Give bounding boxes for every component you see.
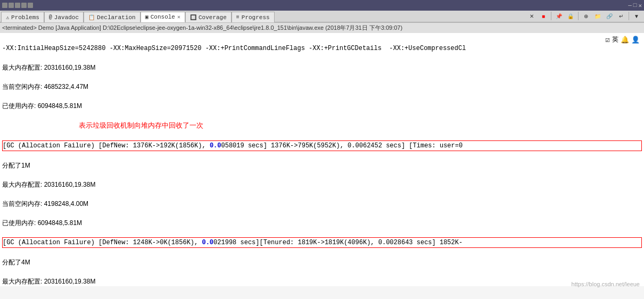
separator-1 — [551, 12, 551, 20]
coverage-icon: 🔲 — [190, 14, 196, 21]
main-container: — □ ✕ ⚠ Problems @ Javadoc 📋 Declaration… — [0, 0, 644, 299]
console-line-1: -XX:InitialHeapSize=5242880 -XX:MaxHeapS… — [2, 44, 642, 53]
title-icon-5 — [28, 3, 33, 8]
tab-problems[interactable]: ⚠ Problems — [1, 12, 44, 22]
annotation-text-1: 表示垃圾回收机制向堆内存中回收了一次 — [79, 121, 203, 129]
declaration-icon: 📋 — [88, 14, 95, 21]
progress-icon: ≡ — [236, 14, 240, 20]
problems-icon: ⚠ — [6, 14, 9, 21]
gc-highlight-2: 0.0 — [202, 239, 213, 246]
tab-declaration-label: Declaration — [97, 14, 136, 21]
tab-declaration[interactable]: 📋 Declaration — [84, 12, 141, 22]
console-close-icon[interactable]: ✕ — [177, 14, 180, 20]
pin-button[interactable]: 📌 — [554, 11, 564, 21]
clear-console-button[interactable]: ✕ — [526, 11, 537, 21]
english-label[interactable]: 英 — [612, 35, 618, 44]
title-icon-1 — [2, 3, 7, 8]
console-annotation-1: 表示垃圾回收机制向堆内存中回收了一次 — [2, 120, 642, 131]
checkbox-overlay-icon[interactable]: ☑ — [606, 35, 610, 44]
title-icon-2 — [9, 3, 14, 8]
status-text: <terminated> Demo [Java Application] D:\… — [2, 24, 402, 32]
javadoc-icon: @ — [49, 14, 52, 20]
console-line-8: 已使用内存: 6094848,5.81M — [2, 218, 642, 228]
tab-console-label: Console — [151, 14, 175, 20]
word-wrap-button[interactable]: ↵ — [616, 11, 626, 21]
tab-bar: ⚠ Problems @ Javadoc 📋 Declaration ▣ Con… — [0, 11, 644, 22]
title-icon-3 — [15, 3, 20, 8]
console-area[interactable]: -XX:InitialHeapSize=5242880 -XX:MaxHeapS… — [0, 33, 644, 286]
console-line-2: 最大内存配置: 20316160,19.38M — [2, 63, 642, 72]
open-file-button[interactable]: 📁 — [592, 11, 603, 21]
tab-javadoc-label: Javadoc — [54, 14, 79, 21]
tab-console[interactable]: ▣ Console ✕ — [141, 12, 185, 22]
separator-3 — [629, 12, 629, 20]
tab-progress-label: Progress — [242, 14, 270, 21]
console-line-4: 已使用内存: 6094848,5.81M — [2, 101, 642, 111]
watermark: https://blog.csdn.net/leeue — [572, 281, 640, 287]
tab-progress[interactable]: ≡ Progress — [232, 12, 275, 22]
title-icon-4 — [21, 3, 27, 8]
tab-coverage-label: Coverage — [199, 14, 227, 21]
minimize-icon[interactable]: — — [628, 2, 632, 9]
bell-overlay-icon[interactable]: 🔔 — [621, 36, 629, 44]
console-icon: ▣ — [145, 14, 148, 20]
content-wrapper: -XX:InitialHeapSize=5242880 -XX:MaxHeapS… — [0, 33, 644, 299]
gc-line-2: [GC (Allocation Failure) [DefNew: 1248K-… — [2, 237, 642, 248]
console-line-9: 分配了4M — [2, 258, 642, 267]
tab-problems-label: Problems — [11, 14, 39, 21]
lock-button[interactable]: 🔒 — [565, 11, 576, 21]
console-line-7: 当前空闲内存: 4198248,4.00M — [2, 199, 642, 209]
tab-javadoc[interactable]: @ Javadoc — [44, 12, 84, 22]
new-console-button[interactable]: ⊕ — [581, 11, 591, 21]
console-line-3: 当前空闲内存: 4685232,4.47M — [2, 82, 642, 92]
person-overlay-icon[interactable]: 👤 — [631, 36, 640, 44]
overlay-icons: ☑ 英 🔔 👤 — [606, 35, 640, 44]
console-line-10: 最大内存配置: 20316160,19.38M — [2, 277, 642, 286]
gc-highlight-1: 0.0 — [210, 142, 221, 150]
gc-line-1: [GC (Allocation Failure) [DefNew: 1376K-… — [2, 140, 642, 151]
console-line-5: 分配了1M — [2, 161, 642, 170]
stop-button[interactable]: ■ — [538, 11, 549, 21]
separator-2 — [578, 12, 579, 20]
maximize-icon[interactable]: □ — [633, 2, 637, 9]
scroll-lock-button[interactable]: 🔗 — [604, 11, 615, 21]
console-line-6: 最大内存配置: 20316160,19.38M — [2, 180, 642, 189]
view-menu-button[interactable]: ▼ — [631, 11, 642, 21]
status-bar: <terminated> Demo [Java Application] D:\… — [0, 22, 644, 33]
close-icon[interactable]: ✕ — [638, 2, 642, 9]
tab-coverage[interactable]: 🔲 Coverage — [185, 12, 232, 22]
title-bar: — □ ✕ — [0, 0, 644, 11]
